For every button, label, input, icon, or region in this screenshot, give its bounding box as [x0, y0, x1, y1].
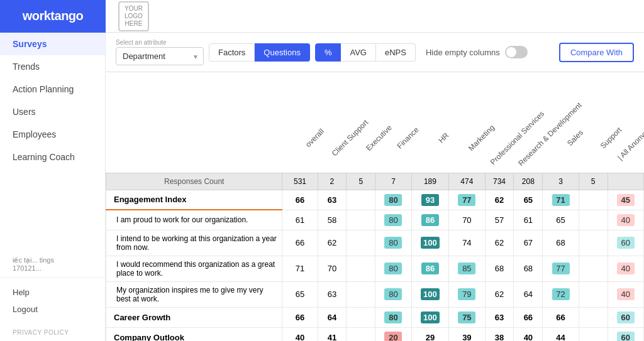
- cell-cg-cs: 64: [318, 307, 347, 327]
- cell-q3-overall: 71: [282, 256, 318, 281]
- data-table-container[interactable]: overall Client Support Executive Finance…: [106, 72, 644, 341]
- col-header-client-support: Client Support: [318, 72, 347, 173]
- cell-ei-ps: 62: [485, 190, 514, 210]
- cell-q3-cs: 70: [318, 256, 347, 281]
- table-row: I would recommend this organization as a…: [106, 256, 644, 281]
- cell-co-ps: 38: [485, 327, 514, 341]
- cell-ei-sales: 71: [543, 190, 579, 210]
- user-id: 170121...: [13, 264, 92, 272]
- responses-overall: 531: [282, 173, 318, 190]
- cell-co-mkt: 39: [449, 327, 485, 341]
- cell-q2-exec: [347, 230, 375, 256]
- cell-q4-overall: 65: [282, 281, 318, 307]
- cell-q3-sup: [579, 256, 608, 281]
- table-row: My organization inspires me to give my v…: [106, 281, 644, 307]
- cell-q2-fin: 80: [375, 230, 411, 256]
- cell-ei-sup: [579, 190, 608, 210]
- cell-q1-exec: [347, 210, 375, 230]
- sidebar-item-surveys[interactable]: Surveys: [0, 33, 105, 55]
- cell-cg-overall: 66: [282, 307, 318, 327]
- sidebar-nav: Surveys Trends Action Planning Users Emp…: [0, 33, 105, 251]
- responses-anonymized: [608, 173, 643, 190]
- cell-co-exec: [347, 327, 375, 341]
- col-header-sales: Sales: [543, 72, 579, 173]
- sidebar-item-users[interactable]: Users: [0, 100, 105, 123]
- sidebar-item-trends[interactable]: Trends: [0, 55, 105, 78]
- cell-q3-hr: 86: [411, 256, 449, 281]
- main-layout: Surveys Trends Action Planning Users Emp…: [0, 33, 644, 341]
- cell-q4-sales: 72: [543, 281, 579, 307]
- col-header-support: Support: [579, 72, 608, 173]
- cell-co-anon: 60: [608, 327, 643, 341]
- cell-co-overall: 40: [282, 327, 318, 341]
- cell-q2-sales: 68: [543, 230, 579, 256]
- responses-marketing: 474: [449, 173, 485, 190]
- cell-ei-hr: 93: [411, 190, 449, 210]
- attribute-selector-wrapper: Select an attribute Department ▼: [116, 39, 204, 65]
- cell-q2-mkt: 74: [449, 230, 485, 256]
- cell-q2-sup: [579, 230, 608, 256]
- sidebar-item-action-planning[interactable]: Action Planning: [0, 78, 105, 100]
- cell-q4-anon: 40: [608, 281, 643, 307]
- cell-cg-rd: 66: [514, 307, 543, 327]
- cell-ei-mkt: 77: [449, 190, 485, 210]
- row-label-header: [106, 72, 282, 173]
- responses-support: 5: [579, 173, 608, 190]
- toolbar: Select an attribute Department ▼ Factors…: [106, 33, 644, 72]
- cell-q4-mkt: 79: [449, 281, 485, 307]
- cell-q3-ps: 68: [485, 256, 514, 281]
- privacy-policy-link[interactable]: PRIVACY POLICY: [0, 324, 105, 341]
- sidebar-item-employees[interactable]: Employees: [0, 123, 105, 146]
- data-table: overall Client Support Executive Finance…: [106, 72, 644, 341]
- cell-q1-ps: 57: [485, 210, 514, 230]
- compare-with-button[interactable]: Compare With: [559, 43, 634, 62]
- sidebar-item-logout[interactable]: Logout: [13, 301, 92, 318]
- cell-q1-fin: 80: [375, 210, 411, 230]
- percent-button[interactable]: %: [315, 43, 341, 62]
- sidebar-item-learning-coach[interactable]: Learning Coach: [0, 146, 105, 168]
- hide-empty-switch[interactable]: [505, 46, 528, 58]
- sidebar-user-info: iếc tại... tings 170121...: [0, 251, 105, 277]
- cell-q4-exec: [347, 281, 375, 307]
- row-label-q2: I intend to be working at this organizat…: [106, 230, 282, 256]
- cell-cg-sup: [579, 307, 608, 327]
- cell-q1-anon: 40: [608, 210, 643, 230]
- avg-button[interactable]: AVG: [341, 43, 376, 62]
- cell-q2-hr: 100: [411, 230, 449, 256]
- cell-co-hr: 29: [411, 327, 449, 341]
- cell-ei-exec: [347, 190, 375, 210]
- metric-toggle-group: % AVG eNPS: [315, 43, 416, 62]
- cell-co-cs: 41: [318, 327, 347, 341]
- view-toggle-group: Factors Questions: [209, 43, 310, 62]
- cell-cg-mkt: 75: [449, 307, 485, 327]
- questions-button[interactable]: Questions: [255, 43, 310, 62]
- cell-ei-overall: 66: [282, 190, 318, 210]
- responses-prof-services: 734: [485, 173, 514, 190]
- enps-button[interactable]: eNPS: [376, 43, 416, 62]
- cell-q4-rd: 64: [514, 281, 543, 307]
- col-header-executive: Executive: [347, 72, 375, 173]
- cell-q1-cs: 58: [318, 210, 347, 230]
- cell-q3-anon: 40: [608, 256, 643, 281]
- cell-co-sales: 44: [543, 327, 579, 341]
- factors-button[interactable]: Factors: [209, 43, 255, 62]
- cell-ei-rd: 65: [514, 190, 543, 210]
- col-header-overall: overall: [282, 72, 318, 173]
- cell-ei-cs: 63: [318, 190, 347, 210]
- attribute-select[interactable]: Department: [116, 47, 204, 65]
- cell-co-sup: [579, 327, 608, 341]
- cell-cg-hr: 100: [411, 307, 449, 327]
- sidebar-item-help[interactable]: Help: [13, 284, 92, 301]
- hide-empty-toggle: Hide empty columns: [426, 46, 528, 58]
- company-logo-placeholder: YOUR LOGO HERE: [118, 1, 149, 31]
- app-layout: worktango YOUR LOGO HERE Surveys Trends …: [0, 0, 644, 341]
- table-row: I am proud to work for our organization.…: [106, 210, 644, 230]
- table-row: Engagement Index 66 63 80 93 77 62 65 71…: [106, 190, 644, 210]
- cell-q1-rd: 61: [514, 210, 543, 230]
- cell-q3-fin: 80: [375, 256, 411, 281]
- cell-co-rd: 40: [514, 327, 543, 341]
- col-header-all-anonymized: | All Anonymized |: [608, 72, 643, 173]
- cell-q4-ps: 62: [485, 281, 514, 307]
- responses-rd: 208: [514, 173, 543, 190]
- col-header-marketing: Marketing: [449, 72, 485, 173]
